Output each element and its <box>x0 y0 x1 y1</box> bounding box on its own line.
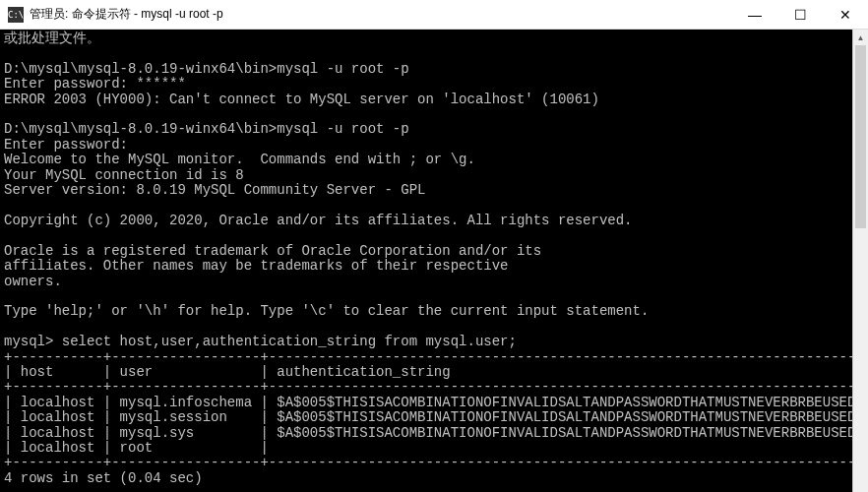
line: Enter password: <box>4 137 128 153</box>
line: D:\mysql\mysql-8.0.19-winx64\bin>mysql -… <box>4 61 409 77</box>
line: Your MySQL connection id is 8 <box>4 167 244 183</box>
line: 或批处理文件。 <box>4 31 100 46</box>
table-row: | localhost | mysql.infoschema | $A$005$… <box>4 395 852 410</box>
table-row: | localhost | root | | <box>4 440 852 456</box>
scroll-track[interactable] <box>853 45 868 492</box>
line: ERROR 2003 (HY000): Can't connect to MyS… <box>4 92 599 107</box>
line: Copyright (c) 2000, 2020, Oracle and/or … <box>4 213 633 228</box>
table-border: +-----------+------------------+--------… <box>4 349 852 365</box>
table-header: | host | user | authentication_string | <box>4 364 852 380</box>
line: owners. <box>4 274 62 289</box>
line: affiliates. Other names may be trademark… <box>4 258 508 274</box>
line: 4 rows in set (0.04 sec) <box>4 470 203 486</box>
window-controls: — ☐ ✕ <box>732 0 868 29</box>
line: Enter password: ****** <box>4 76 186 92</box>
window-title: 管理员: 命令提示符 - mysql -u root -p <box>30 6 732 23</box>
line: Oracle is a registered trademark of Orac… <box>4 243 541 259</box>
table-row: | localhost | mysql.sys | $A$005$THISISA… <box>4 425 852 441</box>
scroll-up-button[interactable]: ▲ <box>853 30 868 45</box>
table-border: +-----------+------------------+--------… <box>4 379 852 395</box>
line: mysql> select host,user,authentication_s… <box>4 334 517 349</box>
line: D:\mysql\mysql-8.0.19-winx64\bin>mysql -… <box>4 121 409 137</box>
terminal-output[interactable]: 或批处理文件。 D:\mysql\mysql-8.0.19-winx64\bin… <box>0 30 852 492</box>
line: Welcome to the MySQL monitor. Commands e… <box>4 152 475 167</box>
table-row: | localhost | mysql.session | $A$005$THI… <box>4 409 852 425</box>
scroll-thumb[interactable] <box>855 45 866 228</box>
titlebar[interactable]: C:\ 管理员: 命令提示符 - mysql -u root -p — ☐ ✕ <box>0 0 868 30</box>
line: Server version: 8.0.19 MySQL Community S… <box>4 182 425 198</box>
maximize-button[interactable]: ☐ <box>777 0 823 30</box>
table-border: +-----------+------------------+--------… <box>4 455 852 470</box>
vertical-scrollbar[interactable]: ▲ ▼ <box>852 30 868 492</box>
line: Type 'help;' or '\h' for help. Type '\c'… <box>4 303 649 319</box>
minimize-button[interactable]: — <box>732 0 777 30</box>
cmd-icon: C:\ <box>8 7 24 23</box>
close-button[interactable]: ✕ <box>823 0 868 30</box>
